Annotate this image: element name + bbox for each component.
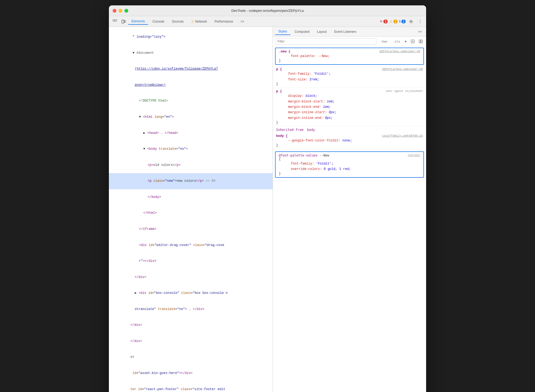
rule-p2-prop-name-2[interactable]: margin-block-start: [276,99,325,104]
svg-rect-2 [122,20,124,23]
rule-p1-val-2[interactable]: 2rem; [309,77,319,82]
tab-console[interactable]: Console [149,19,167,24]
dom-line[interactable]: (https://cdpn.io/sofiayem/fullpage/ZEPpY… [109,61,273,77]
tab-layout[interactable]: Layout [314,29,330,35]
rule-p2-prop1[interactable]: display: block; [276,93,423,99]
rule-p2-prop-name-4[interactable]: margin-inline-start: [276,110,327,115]
filter-actions: :hov .cls + [379,38,424,45]
rule-fp-source[interactable]: <style> [408,154,420,157]
rule-p1-prop-name-2[interactable]: font-size: [276,77,308,82]
tab-network[interactable]: ⚠ Network [188,19,210,24]
rule-p2-val-3[interactable]: 1em; [323,104,331,110]
rule-p1-val-1[interactable]: 'Foldit'; [313,71,331,77]
maximize-button[interactable] [124,9,128,13]
rule-new-prop[interactable]: font-palette: [279,54,316,59]
close-button[interactable] [113,9,116,13]
rule-p1-selector[interactable]: p { [276,67,282,71]
dom-line[interactable]: <div id="editor-drag-cover" class="drag-… [109,237,273,253]
rule-body-selector[interactable]: body { [276,134,288,138]
dom-panel[interactable]: " loading="lazy"> ▼ #document (https://c… [109,27,273,392]
dom-line[interactable]: ▶ <div id="box-console" class="box box-c… [109,285,273,301]
svg-rect-8 [419,40,420,43]
rule-p1-prop2[interactable]: font-size: 2rem; [276,77,423,82]
rule-fp-prop2[interactable]: override-colors: 0 gold, 1 red; [279,166,420,172]
add-style-btn[interactable]: + [404,39,408,44]
error-count: 3 [383,20,388,23]
rule-fp-prop-name-2[interactable]: override-colors: [279,166,322,172]
rule-font-palette[interactable]: @font-palette-values --New <style> { fon… [275,151,424,178]
rule-p1-source[interactable]: ZEPpYLa?ano…ue&view=:30 [382,67,423,71]
filter-input[interactable] [275,38,376,45]
rule-p2-val-5[interactable]: 0px; [325,115,333,121]
rule-new-val[interactable]: --New; [318,54,330,59]
more-options-icon[interactable]: ⋮ [416,18,424,25]
rule-p2-prop2[interactable]: margin-block-start: 1em; [276,99,423,104]
rule-p2-val-1[interactable]: block; [306,93,317,99]
minimize-button[interactable] [119,9,122,13]
at-rule-selector[interactable]: @font-palette-values --New [279,154,329,157]
device-icon[interactable] [120,18,127,25]
rule-new-source[interactable]: ZEPpYLa?ano…ue&view=:40 [379,50,420,53]
dom-line: </body> [109,189,273,205]
rule-p1-prop1[interactable]: font-family: 'Foldit'; [276,71,423,77]
rule-p1-prop-name-1[interactable]: font-family: [276,71,311,77]
rule-p2-val-4[interactable]: 0px; [329,110,337,115]
inspect-icon[interactable] [111,18,119,25]
rule-p2-prop-name-1[interactable]: display: [276,93,304,99]
dom-line[interactable]: ▼ #document [109,45,273,61]
rule-fp-val-1[interactable]: 'Foldit'; [316,161,333,166]
dom-lines-area[interactable]: " loading="lazy"> ▼ #document (https://c… [109,29,273,392]
tab-performance[interactable]: Performance [211,19,236,24]
rule-p2-val-2[interactable]: 1em; [327,99,335,104]
dom-line: <!DOCTYPE html> [109,93,273,109]
rule-body-val-1[interactable]: none; [342,138,352,143]
info-count: 1 [401,20,406,23]
dom-line-selected[interactable]: <p class="new">new colors</p> == $0 [109,173,273,189]
rule-p2-prop5[interactable]: margin-inline-end: 0px; [276,115,423,121]
tab-event-listeners[interactable]: Event Listeners [331,29,360,35]
hover-filter-btn[interactable]: :hov [379,39,390,44]
rule-body-prop-name-1[interactable]: --google-font-color-foldit: [276,138,340,143]
rule-p-2[interactable]: p { user agent stylesheet display: block… [273,88,426,126]
style-rules[interactable]: .new { ZEPpYLa?ano…ue&view=:40 font-pale… [273,47,426,392]
rule-p2-source[interactable]: user agent stylesheet [386,90,423,93]
dom-line[interactable]: id="asset-bin-goes-here"></div> [109,365,273,382]
settings-icon[interactable] [407,18,415,25]
rule-body[interactable]: body { css2?family…wght@700:25 --google-… [273,133,426,149]
dom-line[interactable]: ▼ <html lang="en"> [109,109,273,125]
tab-sources[interactable]: Sources [169,19,187,24]
dom-line[interactable]: ▶ <head> … </head> [109,125,273,141]
dom-line[interactable]: <p>old colors</p> [109,157,273,173]
tab-computed[interactable]: Computed [291,29,313,35]
rule-new-close: } [279,59,420,63]
rule-fp-val-2[interactable]: 0 gold, 1 red; [324,166,351,172]
rule-p2-selector[interactable]: p { [276,90,282,93]
rule-fp-open: { [279,157,420,161]
dom-line: " loading="lazy"> [109,29,273,45]
styles-tab-more[interactable]: >> [416,29,424,35]
tab-styles[interactable]: Styles [275,28,290,35]
dom-line[interactable]: anon=true&view=) [109,77,273,93]
dom-line[interactable]: ▼ <body translate="no"> [109,141,273,157]
rule-fp-prop-name-1[interactable]: font-family: [279,161,314,166]
error-icon: ✕ [380,19,383,23]
dom-line[interactable]: ter id="react-pen-footer" class="site-fo… [109,381,273,392]
toggle-layout-btn[interactable] [418,38,424,45]
rule-p2-prop-name-5[interactable]: margin-inline-end: [276,115,323,121]
rule-new-prop-line[interactable]: font-palette: --New; [279,54,420,59]
rule-body-prop1[interactable]: --google-font-color-foldit: none; [276,138,423,143]
rule-fp-prop1[interactable]: font-family: 'Foldit'; [279,161,420,166]
styles-tabs: Styles Computed Layout Event Listeners >… [273,27,426,37]
rule-p2-prop-name-3[interactable]: margin-block-end: [276,104,321,110]
rule-new[interactable]: .new { ZEPpYLa?ano…ue&view=:40 font-pale… [275,48,424,65]
rule-p-1[interactable]: p { ZEPpYLa?ano…ue&view=:30 font-family:… [273,66,426,88]
new-style-rule-btn[interactable] [409,38,416,45]
rule-p2-prop4[interactable]: margin-inline-start: 0px; [276,110,423,115]
dom-line: </div> [109,269,273,285]
rule-new-selector[interactable]: .new { [279,50,290,54]
rule-body-source[interactable]: css2?family…wght@700:25 [382,134,423,137]
rule-p2-prop3[interactable]: margin-block-end: 1em; [276,104,423,110]
cls-filter-btn[interactable]: .cls [391,39,402,44]
tab-more[interactable]: >> [237,19,248,24]
tab-elements[interactable]: Elements [128,18,148,25]
